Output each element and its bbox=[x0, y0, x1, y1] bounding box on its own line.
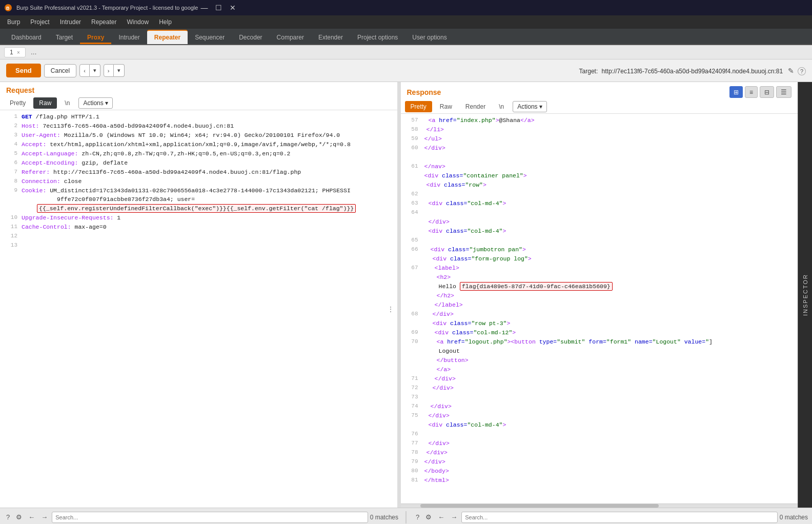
edit-target-icon[interactable]: ✎ bbox=[788, 67, 794, 75]
right-forward-button[interactable]: → bbox=[449, 512, 459, 522]
left-back-button[interactable]: ← bbox=[26, 512, 37, 522]
menu-burp[interactable]: Burp bbox=[2, 16, 25, 28]
request-line-2: 2 Host: 7ec113f6-7c65-460a-a50d-bd99a424… bbox=[0, 122, 397, 131]
close-button[interactable]: ✕ bbox=[227, 3, 239, 13]
resp-line-endbtn: </button> bbox=[401, 356, 798, 365]
resp-line-71: 71 </div> bbox=[401, 374, 798, 384]
resp-line-div1: <div class="container panel"> bbox=[401, 171, 798, 180]
response-actions-label: Actions bbox=[517, 103, 537, 110]
window-controls: — ☐ ✕ bbox=[198, 3, 239, 13]
request-line-12: 12 bbox=[0, 232, 397, 241]
request-line-13: 13 bbox=[0, 241, 397, 250]
response-tab-render[interactable]: Render bbox=[460, 101, 491, 112]
tab-repeater[interactable]: Repeater bbox=[147, 30, 188, 44]
request-line-8: 8 Connection: close bbox=[0, 177, 397, 186]
help-target-icon[interactable]: ? bbox=[798, 67, 806, 75]
resp-line-enda: </a> bbox=[401, 365, 798, 374]
response-tab-raw[interactable]: Raw bbox=[434, 101, 458, 112]
target-label: Target: http://7ec113f6-7c65-460a-a50d-b… bbox=[579, 67, 806, 75]
minimize-button[interactable]: — bbox=[198, 3, 210, 13]
titlebar: B Burp Suite Professional v2021.3 - Temp… bbox=[0, 0, 812, 15]
resp-line-77: 77 </div> bbox=[401, 439, 798, 448]
resp-line-72: 72 </div> bbox=[401, 384, 798, 393]
resp-line-61: 61 </nav> bbox=[401, 162, 798, 171]
left-gear-button[interactable]: ⚙ bbox=[14, 512, 24, 522]
menu-help[interactable]: Help bbox=[154, 16, 177, 28]
response-tab-pretty[interactable]: Pretty bbox=[405, 101, 432, 112]
request-actions-button[interactable]: Actions ▾ bbox=[78, 97, 112, 109]
menu-window[interactable]: Window bbox=[121, 16, 154, 28]
resp-line-endh2: </h2> bbox=[401, 291, 798, 300]
repeater-tab-new[interactable]: … bbox=[26, 48, 42, 57]
request-tab-raw[interactable]: Raw bbox=[33, 97, 57, 109]
nav-forward-button[interactable]: › bbox=[104, 64, 114, 77]
nav-forward-drop-button[interactable]: ▾ bbox=[114, 64, 125, 77]
tab-user-options[interactable]: User options bbox=[405, 31, 454, 44]
request-line-3: 3 User-Agent: Mozilla/5.0 (Windows NT 10… bbox=[0, 131, 397, 140]
resp-line-81: 81 </html> bbox=[401, 476, 798, 485]
left-matches-label: 0 matches bbox=[370, 514, 398, 521]
tab-target[interactable]: Target bbox=[49, 31, 80, 44]
nav-back-button[interactable]: ‹ bbox=[79, 64, 90, 77]
menu-intruder[interactable]: Intruder bbox=[55, 16, 86, 28]
main-tabs: Dashboard Target Proxy Intruder Repeater… bbox=[0, 29, 812, 45]
maximize-button[interactable]: ☐ bbox=[212, 3, 225, 13]
inspector-panel: INSPECTOR bbox=[798, 82, 812, 508]
right-help-button[interactable]: ? bbox=[414, 512, 421, 522]
resp-line-78: 78 </div> bbox=[401, 448, 798, 457]
view-split-vert-button[interactable]: ⊞ bbox=[729, 86, 743, 98]
resp-line-div2: <div class="row"> bbox=[401, 180, 798, 190]
tab-comparer[interactable]: Comparer bbox=[270, 31, 311, 44]
resp-line-rowpt3: <div class="row pt-3"> bbox=[401, 319, 798, 328]
send-button[interactable]: Send bbox=[6, 64, 41, 77]
request-line-9a: 9 Cookie: UM_distinctid=17c1343da01131-0… bbox=[0, 186, 397, 204]
response-code-area[interactable]: 57 <a href="index.php">@Shana</a> 58 </l… bbox=[401, 114, 798, 503]
tab-dashboard[interactable]: Dashboard bbox=[4, 31, 49, 44]
left-search-input[interactable] bbox=[52, 512, 368, 523]
request-line-4: 4 Accept: text/html,application/xhtml+xm… bbox=[0, 140, 397, 149]
response-actions-button[interactable]: Actions ▾ bbox=[513, 101, 546, 112]
response-actions-chevron: ▾ bbox=[539, 103, 542, 110]
right-search-input[interactable] bbox=[461, 512, 777, 523]
request-code-wrap: 1 GET /flag.php HTTP/1.1 2 Host: 7ec113f… bbox=[0, 110, 397, 508]
svg-text:B: B bbox=[6, 6, 10, 11]
view-split-horiz-button[interactable]: ⊟ bbox=[760, 86, 774, 98]
tab-project-options[interactable]: Project options bbox=[350, 31, 405, 44]
response-tab-newline[interactable]: \n bbox=[493, 101, 510, 112]
nav-back-group: ‹ ▾ bbox=[79, 64, 100, 77]
request-code-area[interactable]: 1 GET /flag.php HTTP/1.1 2 Host: 7ec113f… bbox=[0, 110, 397, 508]
resp-line-70: 70 <a href="logout.php"><button type="su… bbox=[401, 337, 798, 347]
request-three-dot[interactable]: ⋮ bbox=[387, 305, 394, 313]
response-hscroll[interactable] bbox=[401, 503, 798, 508]
resp-line-75: 75 </div> bbox=[401, 411, 798, 420]
request-tab-newline[interactable]: \n bbox=[59, 97, 75, 109]
left-search-area: ? ⚙ ← → 0 matches bbox=[4, 512, 398, 523]
title-text: Burp Suite Professional v2021.3 - Tempor… bbox=[16, 5, 198, 11]
resp-line-73: 73 bbox=[401, 393, 798, 402]
tab-decoder[interactable]: Decoder bbox=[232, 31, 269, 44]
target-url: http://7ec113f6-7c65-460a-a50d-bd99a4240… bbox=[602, 68, 783, 75]
tab-sequencer[interactable]: Sequencer bbox=[188, 31, 232, 44]
view-menu-button[interactable]: ☰ bbox=[776, 86, 791, 98]
repeater-tab-1[interactable]: 1 × bbox=[4, 47, 26, 57]
resp-line-76: 76 bbox=[401, 430, 798, 439]
left-forward-button[interactable]: → bbox=[39, 512, 50, 522]
tab-extender[interactable]: Extender bbox=[311, 31, 350, 44]
left-help-button[interactable]: ? bbox=[4, 512, 12, 522]
tab-intruder[interactable]: Intruder bbox=[111, 31, 147, 44]
target-label-text: Target: bbox=[579, 68, 598, 75]
nav-back-drop-button[interactable]: ▾ bbox=[90, 64, 100, 77]
menu-repeater[interactable]: Repeater bbox=[86, 16, 121, 28]
tab-proxy[interactable]: Proxy bbox=[80, 31, 111, 44]
request-tab-pretty[interactable]: Pretty bbox=[4, 97, 31, 109]
view-list-button[interactable]: ≡ bbox=[745, 86, 758, 98]
right-back-button[interactable]: ← bbox=[436, 512, 446, 522]
right-search-area: ? ⚙ ← → 0 matches bbox=[414, 512, 808, 523]
repeater-tabs: 1 × … bbox=[0, 45, 812, 59]
menu-project[interactable]: Project bbox=[25, 16, 54, 28]
resp-line-66: 66 <div class="jumbotron pan"> bbox=[401, 245, 798, 254]
resp-line-end4: </div> bbox=[401, 217, 798, 227]
main-content: Request Pretty Raw \n Actions ▾ 1 GET /f… bbox=[0, 82, 812, 508]
right-gear-button[interactable]: ⚙ bbox=[423, 512, 434, 522]
cancel-button[interactable]: Cancel bbox=[44, 64, 76, 77]
